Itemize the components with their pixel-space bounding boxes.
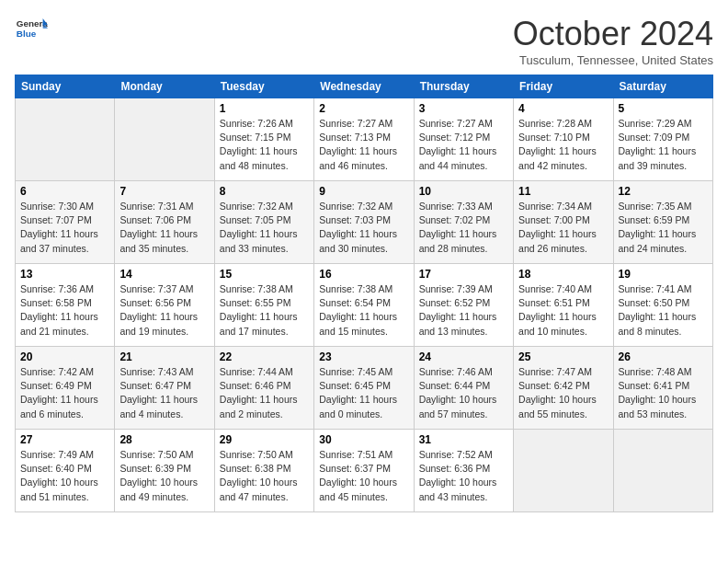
day-number: 6 xyxy=(20,185,109,198)
day-cell-3: 3Sunrise: 7:27 AMSunset: 7:12 PMDaylight… xyxy=(414,98,513,181)
day-info: Sunrise: 7:39 AMSunset: 6:52 PMDaylight:… xyxy=(419,282,508,339)
page-header: General Blue October 2024 Tusculum, Tenn… xyxy=(15,15,713,67)
day-number: 2 xyxy=(319,102,408,115)
day-info: Sunrise: 7:44 AMSunset: 6:46 PMDaylight:… xyxy=(220,365,309,421)
day-number: 30 xyxy=(319,433,408,446)
header-monday: Monday xyxy=(115,75,214,98)
day-cell-7: 7Sunrise: 7:31 AMSunset: 7:06 PMDaylight… xyxy=(115,181,214,264)
month-title: October 2024 xyxy=(513,15,713,53)
week-row: 27Sunrise: 7:49 AMSunset: 6:40 PMDayligh… xyxy=(16,430,713,512)
calendar-table: SundayMondayTuesdayWednesdayThursdayFrid… xyxy=(15,75,713,512)
day-info: Sunrise: 7:32 AMSunset: 7:05 PMDaylight:… xyxy=(220,200,309,256)
day-cell-12: 12Sunrise: 7:35 AMSunset: 6:59 PMDayligh… xyxy=(613,181,712,264)
day-info: Sunrise: 7:26 AMSunset: 7:15 PMDaylight:… xyxy=(220,117,309,173)
day-cell-23: 23Sunrise: 7:45 AMSunset: 6:45 PMDayligh… xyxy=(314,347,414,430)
header-saturday: Saturday xyxy=(613,75,712,98)
day-info: Sunrise: 7:36 AMSunset: 6:58 PMDaylight:… xyxy=(20,282,109,339)
day-number: 16 xyxy=(319,268,408,281)
day-number: 19 xyxy=(619,268,708,281)
day-cell-4: 4Sunrise: 7:28 AMSunset: 7:10 PMDaylight… xyxy=(514,98,613,181)
svg-text:Blue: Blue xyxy=(17,29,37,39)
day-number: 3 xyxy=(419,102,508,115)
day-number: 25 xyxy=(518,350,608,363)
day-cell-22: 22Sunrise: 7:44 AMSunset: 6:46 PMDayligh… xyxy=(214,347,313,430)
day-cell-2: 2Sunrise: 7:27 AMSunset: 7:13 PMDaylight… xyxy=(314,98,414,181)
day-cell-27: 27Sunrise: 7:49 AMSunset: 6:40 PMDayligh… xyxy=(16,430,115,512)
day-info: Sunrise: 7:52 AMSunset: 6:36 PMDaylight:… xyxy=(419,448,508,504)
day-cell-25: 25Sunrise: 7:47 AMSunset: 6:42 PMDayligh… xyxy=(514,347,613,430)
empty-cell xyxy=(115,98,214,181)
day-cell-19: 19Sunrise: 7:41 AMSunset: 6:50 PMDayligh… xyxy=(613,264,712,347)
location: Tusculum, Tennessee, United States xyxy=(513,53,713,67)
day-info: Sunrise: 7:27 AMSunset: 7:13 PMDaylight:… xyxy=(319,117,408,173)
day-info: Sunrise: 7:43 AMSunset: 6:47 PMDaylight:… xyxy=(119,365,209,421)
week-row: 13Sunrise: 7:36 AMSunset: 6:58 PMDayligh… xyxy=(16,264,713,347)
day-cell-24: 24Sunrise: 7:46 AMSunset: 6:44 PMDayligh… xyxy=(414,347,513,430)
day-info: Sunrise: 7:40 AMSunset: 6:51 PMDaylight:… xyxy=(518,282,608,339)
day-info: Sunrise: 7:50 AMSunset: 6:38 PMDaylight:… xyxy=(220,448,309,504)
day-number: 8 xyxy=(220,185,309,198)
day-number: 22 xyxy=(220,350,309,363)
day-cell-16: 16Sunrise: 7:38 AMSunset: 6:54 PMDayligh… xyxy=(314,264,414,347)
day-number: 14 xyxy=(119,268,209,281)
logo-icon: General Blue xyxy=(15,15,48,40)
day-number: 20 xyxy=(20,350,109,363)
day-cell-17: 17Sunrise: 7:39 AMSunset: 6:52 PMDayligh… xyxy=(414,264,513,347)
day-number: 7 xyxy=(119,185,209,198)
day-number: 11 xyxy=(518,185,608,198)
day-number: 27 xyxy=(20,433,109,446)
day-info: Sunrise: 7:28 AMSunset: 7:10 PMDaylight:… xyxy=(518,117,608,173)
day-number: 31 xyxy=(419,433,508,446)
day-number: 5 xyxy=(619,102,708,115)
week-row: 6Sunrise: 7:30 AMSunset: 7:07 PMDaylight… xyxy=(16,181,713,264)
day-info: Sunrise: 7:47 AMSunset: 6:42 PMDaylight:… xyxy=(518,365,608,421)
header-thursday: Thursday xyxy=(414,75,513,98)
empty-cell xyxy=(613,430,712,512)
day-info: Sunrise: 7:31 AMSunset: 7:06 PMDaylight:… xyxy=(119,200,209,256)
day-info: Sunrise: 7:34 AMSunset: 7:00 PMDaylight:… xyxy=(518,200,608,256)
day-cell-13: 13Sunrise: 7:36 AMSunset: 6:58 PMDayligh… xyxy=(16,264,115,347)
day-cell-1: 1Sunrise: 7:26 AMSunset: 7:15 PMDaylight… xyxy=(214,98,313,181)
week-row: 20Sunrise: 7:42 AMSunset: 6:49 PMDayligh… xyxy=(16,347,713,430)
day-number: 28 xyxy=(119,433,209,446)
day-info: Sunrise: 7:29 AMSunset: 7:09 PMDaylight:… xyxy=(619,117,708,173)
day-info: Sunrise: 7:46 AMSunset: 6:44 PMDaylight:… xyxy=(419,365,508,421)
day-cell-26: 26Sunrise: 7:48 AMSunset: 6:41 PMDayligh… xyxy=(613,347,712,430)
header-tuesday: Tuesday xyxy=(214,75,313,98)
day-info: Sunrise: 7:30 AMSunset: 7:07 PMDaylight:… xyxy=(20,200,109,256)
day-number: 24 xyxy=(419,350,508,363)
day-info: Sunrise: 7:41 AMSunset: 6:50 PMDaylight:… xyxy=(619,282,708,339)
day-cell-5: 5Sunrise: 7:29 AMSunset: 7:09 PMDaylight… xyxy=(613,98,712,181)
day-info: Sunrise: 7:32 AMSunset: 7:03 PMDaylight:… xyxy=(319,200,408,256)
day-cell-10: 10Sunrise: 7:33 AMSunset: 7:02 PMDayligh… xyxy=(414,181,513,264)
day-info: Sunrise: 7:48 AMSunset: 6:41 PMDaylight:… xyxy=(619,365,708,421)
day-cell-18: 18Sunrise: 7:40 AMSunset: 6:51 PMDayligh… xyxy=(514,264,613,347)
day-cell-11: 11Sunrise: 7:34 AMSunset: 7:00 PMDayligh… xyxy=(514,181,613,264)
empty-cell xyxy=(16,98,115,181)
day-number: 9 xyxy=(319,185,408,198)
header-sunday: Sunday xyxy=(16,75,115,98)
day-number: 12 xyxy=(619,185,708,198)
logo: General Blue xyxy=(15,15,48,40)
header-wednesday: Wednesday xyxy=(314,75,414,98)
week-row: 1Sunrise: 7:26 AMSunset: 7:15 PMDaylight… xyxy=(16,98,713,181)
day-number: 1 xyxy=(220,102,309,115)
day-info: Sunrise: 7:42 AMSunset: 6:49 PMDaylight:… xyxy=(20,365,109,421)
day-cell-29: 29Sunrise: 7:50 AMSunset: 6:38 PMDayligh… xyxy=(214,430,313,512)
header-friday: Friday xyxy=(514,75,613,98)
day-number: 15 xyxy=(220,268,309,281)
day-number: 4 xyxy=(518,102,608,115)
day-cell-15: 15Sunrise: 7:38 AMSunset: 6:55 PMDayligh… xyxy=(214,264,313,347)
empty-cell xyxy=(514,430,613,512)
day-info: Sunrise: 7:51 AMSunset: 6:37 PMDaylight:… xyxy=(319,448,408,504)
title-block: October 2024 Tusculum, Tennessee, United… xyxy=(513,15,713,67)
day-info: Sunrise: 7:37 AMSunset: 6:56 PMDaylight:… xyxy=(119,282,209,339)
day-info: Sunrise: 7:45 AMSunset: 6:45 PMDaylight:… xyxy=(319,365,408,421)
day-cell-6: 6Sunrise: 7:30 AMSunset: 7:07 PMDaylight… xyxy=(16,181,115,264)
day-number: 13 xyxy=(20,268,109,281)
day-number: 29 xyxy=(220,433,309,446)
day-cell-20: 20Sunrise: 7:42 AMSunset: 6:49 PMDayligh… xyxy=(16,347,115,430)
day-cell-9: 9Sunrise: 7:32 AMSunset: 7:03 PMDaylight… xyxy=(314,181,414,264)
day-cell-30: 30Sunrise: 7:51 AMSunset: 6:37 PMDayligh… xyxy=(314,430,414,512)
day-info: Sunrise: 7:38 AMSunset: 6:54 PMDaylight:… xyxy=(319,282,408,339)
